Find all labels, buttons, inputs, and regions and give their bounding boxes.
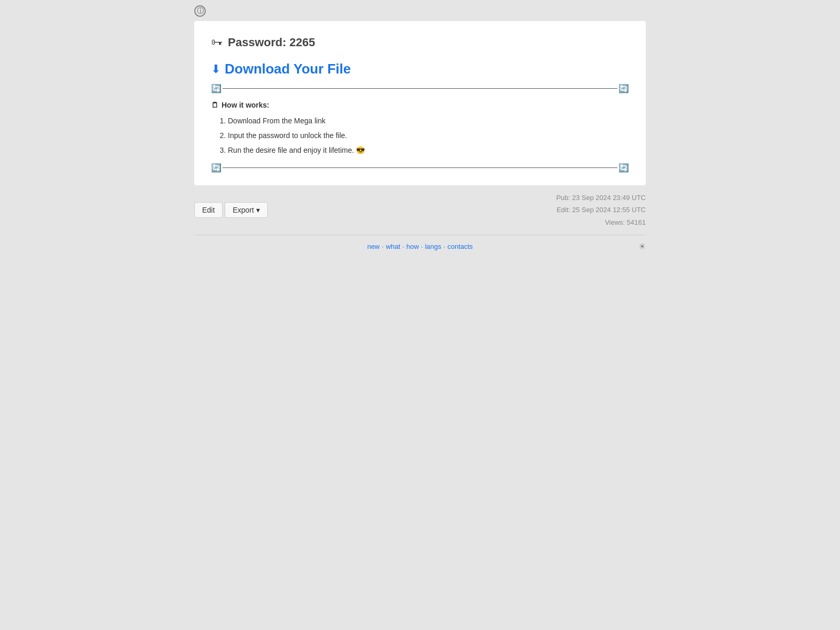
pub-date: Pub: 23 Sep 2024 23:49 UTC <box>556 192 646 204</box>
how-it-works-section: 🗒 How it works: Download From the Mega l… <box>211 101 629 158</box>
footer-separator <box>194 235 646 235</box>
edit-button[interactable]: Edit <box>194 202 223 218</box>
password-heading: 🗝 Password: 2265 <box>211 36 629 49</box>
theme-toggle[interactable]: ☀ <box>638 242 646 251</box>
download-arrow-icon: ⬇ <box>211 62 220 76</box>
footer-link-how[interactable]: how <box>406 243 419 250</box>
info-icon: ⓘ <box>197 6 204 16</box>
meta-info: Pub: 23 Sep 2024 23:49 UTC Edit: 25 Sep … <box>556 192 646 228</box>
actions-bar: Edit Export ▾ Pub: 23 Sep 2024 23:49 UTC… <box>194 185 646 233</box>
footer: new · what · how · langs · contacts ☀ <box>194 240 646 253</box>
export-label: Export <box>233 206 254 214</box>
step-item: Download From the Mega link <box>228 113 629 128</box>
steps-list: Download From the Mega link Input the pa… <box>211 113 629 158</box>
download-title: Download Your File <box>225 61 351 77</box>
step-item: Input the password to unlock the file. <box>228 128 629 143</box>
main-card: 🗝 Password: 2265 ⬇ Download Your File 🔄 … <box>194 21 646 185</box>
actions-left: Edit Export ▾ <box>194 202 268 218</box>
footer-link-what[interactable]: what <box>386 243 400 250</box>
divider-line-segment-bottom <box>223 167 617 168</box>
views-count: Views: 54161 <box>556 216 646 228</box>
sep-2: · <box>402 243 404 250</box>
sep-4: · <box>444 243 446 250</box>
bottom-divider: 🔄 🔄 <box>211 163 629 173</box>
sep-3: · <box>421 243 423 250</box>
sun-icon: ☀ <box>638 242 646 251</box>
footer-link-contacts[interactable]: contacts <box>447 243 472 250</box>
clipboard-icon: 🗒 <box>211 101 218 109</box>
step-item: Run the desire file and enjoy it lifetim… <box>228 143 629 158</box>
spinner-left: 🔄 <box>211 83 222 93</box>
spinner-bottom-left: 🔄 <box>211 163 222 173</box>
password-title: Password: 2265 <box>228 36 315 49</box>
download-heading: ⬇ Download Your File <box>211 61 629 77</box>
spinner-right: 🔄 <box>618 83 629 93</box>
section-title: 🗒 How it works: <box>211 101 629 109</box>
export-caret-icon: ▾ <box>256 206 260 214</box>
divider-line-segment <box>223 88 617 89</box>
section-title-text: How it works: <box>222 101 269 109</box>
key-icon: 🗝 <box>211 36 223 49</box>
spinner-bottom-right: 🔄 <box>618 163 629 173</box>
footer-link-langs[interactable]: langs <box>425 243 441 250</box>
sep-1: · <box>382 243 384 250</box>
info-icon-top[interactable]: ⓘ <box>194 5 206 17</box>
export-button[interactable]: Export ▾ <box>225 202 267 218</box>
top-divider: 🔄 🔄 <box>211 83 629 93</box>
footer-link-new[interactable]: new <box>367 243 380 250</box>
edit-date: Edit: 25 Sep 2024 12:55 UTC <box>556 204 646 216</box>
footer-links: new · what · how · langs · contacts <box>367 240 472 253</box>
